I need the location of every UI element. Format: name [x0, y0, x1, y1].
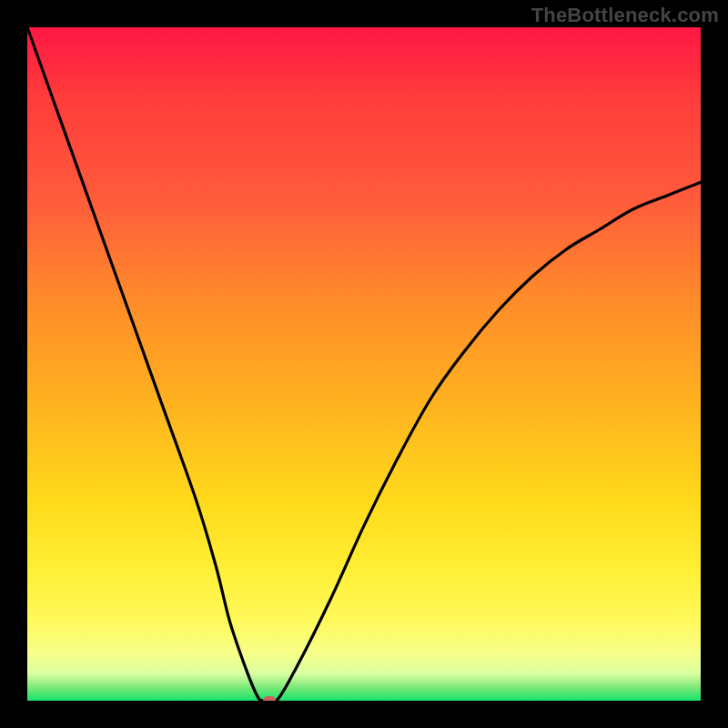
watermark-text: TheBottleneck.com — [531, 4, 719, 27]
plot-area — [27, 27, 701, 701]
curve-svg — [27, 27, 701, 701]
bottleneck-curve — [27, 27, 701, 701]
optimal-marker — [263, 696, 276, 701]
chart-frame: TheBottleneck.com — [0, 0, 728, 728]
